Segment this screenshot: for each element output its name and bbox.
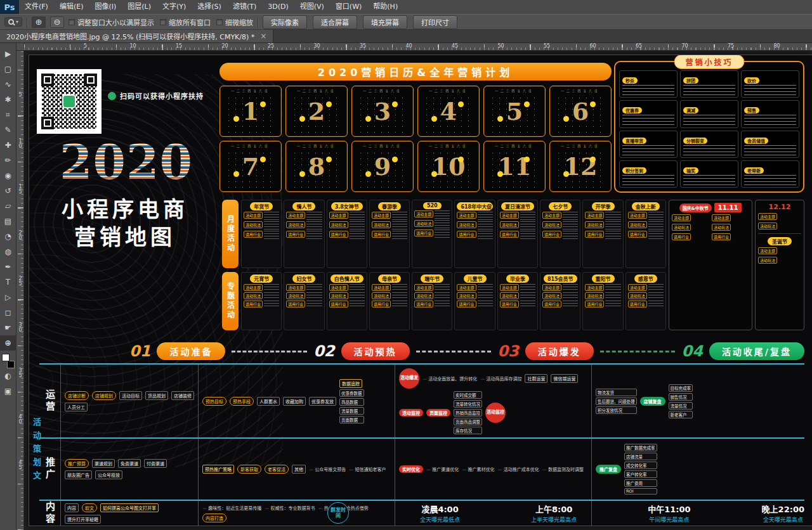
marquee-tool[interactable]: ▢ [0,61,16,77]
magic-wand-tool[interactable]: ✱ [0,92,16,107]
event-detail-group: 活动玩法 [585,221,620,229]
tip-text-lines [683,115,735,127]
tip-title: 会员储值 [744,138,768,144]
tip-text-lines [683,145,735,158]
options-button[interactable]: 实际像素 [263,15,307,29]
menu-item[interactable]: 编辑(E) [54,0,89,14]
lane-columns: 店铺诊断店铺规划活动目标货品规划店铺装修人员分工预热目标预热手段人群蓄水收藏加购… [60,365,804,437]
tab-close-icon[interactable]: × [260,32,266,41]
path-select-tool[interactable]: ▷ [0,290,16,305]
event-detail-group: 适用行业 [542,231,578,239]
menu-item[interactable]: 滤镜(T) [227,0,262,14]
zoom-tool[interactable]: ⊕ [0,335,16,351]
brush-tool[interactable]: ✏ [0,153,16,168]
document-tab-bar: 2020小程序电商营销地图.jpg @ 12.5% (扫码可以获得小程序扶持, … [0,30,812,43]
healing-brush-tool[interactable]: ✚ [0,138,16,153]
qr-finder [41,117,54,129]
calendar-month-card: 一二三四五六日5 [483,86,546,137]
event-detail-group: 适用行业 [712,233,749,241]
pen-tool[interactable]: ✒ [0,259,16,275]
timeline-label: 全天曝光最高点 [763,515,803,524]
event-dot [590,101,596,107]
event-detail-group: 适用行业 [329,301,365,307]
screen-mode-icon[interactable]: ▣ [0,384,16,399]
ruler-number: 2 0 [17,231,23,242]
event-card: 春游季活动主题活动玩法适用行业 [369,200,410,268]
quick-mask-icon[interactable]: ◐ [0,368,16,384]
options-button[interactable]: 打印尺寸 [413,15,457,29]
move-tool[interactable]: ▶ [0,46,16,61]
node-bx: 朋友圈广告 [65,470,92,479]
options-button[interactable]: 填充屏幕 [363,15,407,29]
event-tag: 活动主题 [542,212,561,219]
zoom-tool-preset[interactable]: ▾ [4,17,22,27]
node-box: 优惠券数据 [339,389,364,397]
menu-item[interactable]: 帮助(H) [367,0,403,14]
shape-tool[interactable]: ◻ [0,305,16,320]
event-detail-group: 活动主题 [457,212,492,220]
horizontal-ruler[interactable]: 5101520253035404550556065707580 [24,43,812,51]
event-detail-group: 活动玩法 [500,221,535,229]
menu-item[interactable]: 文字(Y) [157,0,192,14]
options-checkbox[interactable]: 细微缩放 [216,17,253,27]
timeline-point: 凌晨4:00全天曝光最低点 [420,503,460,524]
checkbox-box[interactable] [216,19,223,25]
hand-tool[interactable]: ☛ [0,320,16,335]
event-card: 520活动主题活动玩法适用行业 [412,200,452,268]
photoshop-logo[interactable]: Ps [0,0,19,14]
menu-item[interactable]: 3D(D) [262,0,294,14]
gradient-tool[interactable]: ▤ [0,214,16,229]
ruler-number: 3 5 [17,368,23,379]
menu-item[interactable]: 选择(S) [192,0,227,14]
dodge-tool[interactable]: ◍ [0,244,16,259]
options-checkbox[interactable]: 调整窗口大小以满屏显示 [69,17,154,27]
ruler-number: 4 5 [17,460,23,471]
eyedropper-tool[interactable]: ✎ [0,122,16,138]
vertical-ruler[interactable]: 51 01 52 02 53 03 54 04 5 [16,51,24,530]
menu-item[interactable]: 图层(L) [122,0,157,14]
background-color-swatch[interactable] [7,361,15,368]
event-title: 白色情人节 [331,275,363,283]
menu-item[interactable]: 文件(F) [19,0,54,14]
menu-item[interactable]: 图像(I) [89,0,122,14]
document-tab[interactable]: 2020小程序电商营销地图.jpg @ 12.5% (扫码可以获得小程序扶持, … [0,30,273,42]
canvas-area[interactable]: 扫码可以获得小程序扶持 2020 小程序电商 营销地图 2020营销日历&全年营… [24,51,812,530]
event-dot [458,157,464,162]
lasso-tool[interactable]: ∿ [0,77,16,92]
history-brush-tool[interactable]: ↺ [0,183,16,198]
tip-card: 分销裂变 [680,131,738,158]
event-text-lines [520,221,535,229]
type-tool[interactable]: T [0,275,16,290]
zoom-out-button[interactable]: ⊖ [50,16,64,28]
event-title: 感恩节 [634,275,657,283]
row-label-special: 专题活动 [222,272,239,330]
tip-card: 老带新 [741,160,799,188]
options-checkbox[interactable]: 缩放所有窗口 [160,17,211,27]
node-bx: 微信端运营 [551,374,578,383]
event-tag: 活动玩法 [286,292,305,299]
tip-text-lines [622,85,674,98]
color-swatches[interactable] [2,354,15,368]
event-text-lines [478,221,493,229]
event-dot [326,101,332,107]
event-card: 白色情人节活动主题活动玩法适用行业 [327,272,367,330]
checkbox-box[interactable] [69,19,75,25]
checkbox-box[interactable] [160,19,166,25]
options-button[interactable]: 适合屏幕 [313,15,357,29]
zoom-in-button[interactable]: ⊕ [32,16,46,28]
ruler-number: 60 [590,43,596,49]
crop-tool[interactable]: ⌗ [0,107,16,122]
event-text-lines [478,284,493,290]
lane-column: 预热目标预热手段人群蓄水收藏加购优惠券发放数据追踪优惠券数据商品数据流量数据页面… [198,365,395,437]
menu-item[interactable]: 窗口(W) [330,0,367,14]
blur-tool[interactable]: ◔ [0,229,16,244]
foreground-color-swatch[interactable] [2,354,10,361]
node-box: 商品数据 [339,398,364,406]
menu-item[interactable]: 视图(V) [294,0,330,14]
event-detail-group: 活动主题 [712,214,749,222]
eraser-tool[interactable]: ▱ [0,198,16,214]
event-detail-group: 活动主题 [672,214,709,222]
event-detail-group: 活动主题 [329,212,365,220]
clone-stamp-tool[interactable]: ◉ [0,168,16,183]
event-text-lines [563,212,578,220]
